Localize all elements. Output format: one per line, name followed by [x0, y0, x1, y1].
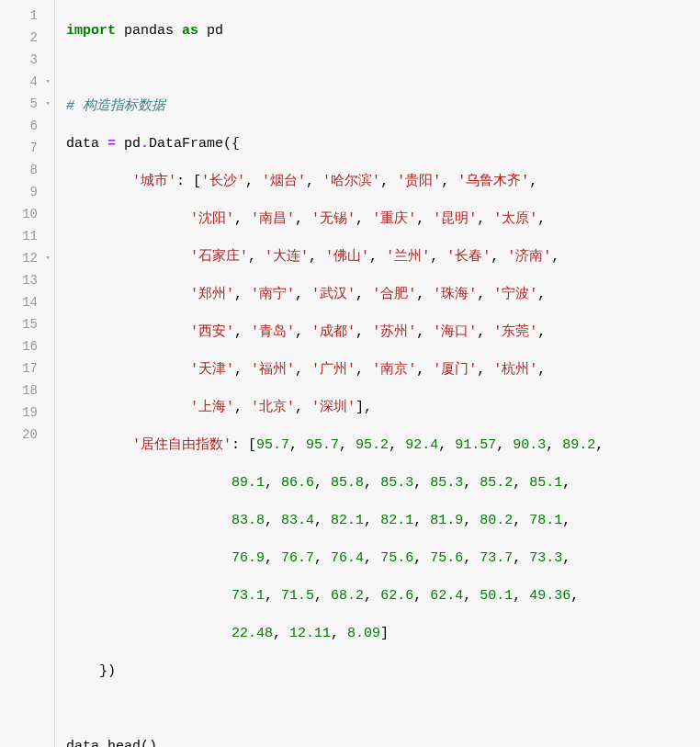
line-number: 7 [0, 137, 54, 159]
line-number: 1 [0, 5, 54, 27]
code-line: 22.48, 12.11, 8.09] [66, 623, 700, 645]
line-number: 12▾ [0, 247, 54, 269]
code-line: 83.8, 83.4, 82.1, 82.1, 81.9, 80.2, 78.1… [66, 510, 700, 532]
line-number: 2 [0, 27, 54, 49]
line-number: 11 [0, 225, 54, 247]
line-number: 10 [0, 203, 54, 225]
line-number: 17 [0, 357, 54, 379]
fold-marker-icon[interactable]: ▾ [46, 93, 51, 115]
line-number: 8 [0, 159, 54, 181]
code-line: '居住自由指数': [95.7, 95.7, 95.2, 92.4, 91.57… [66, 435, 700, 457]
line-number: 20 [0, 424, 54, 446]
code-line [66, 698, 700, 720]
code-cell: 1234▾5▾6789101112▾1314151617181920 impor… [0, 0, 700, 747]
code-editor[interactable]: import pandas as pd # 构造指标数据 data = pd.D… [55, 0, 700, 747]
line-number: 14 [0, 291, 54, 313]
code-line: 89.1, 86.6, 85.8, 85.3, 85.3, 85.2, 85.1… [66, 472, 700, 494]
line-number: 19 [0, 402, 54, 424]
code-line: '郑州', '南宁', '武汉', '合肥', '珠海', '宁波', [66, 284, 700, 306]
code-line: data.head() [66, 736, 700, 747]
line-number-gutter: 1234▾5▾6789101112▾1314151617181920 [0, 0, 55, 747]
code-line: '沈阳', '南昌', '无锡', '重庆', '昆明', '太原', [66, 209, 700, 231]
code-line: '城市': ['长沙', '烟台', '哈尔滨', '贵阳', '乌鲁木齐', [66, 171, 700, 193]
line-number: 4▾ [0, 71, 54, 93]
code-line: # 构造指标数据 [66, 96, 700, 118]
code-line: }) [66, 661, 700, 683]
line-number: 6 [0, 115, 54, 137]
code-line [66, 58, 700, 80]
line-number: 5▾ [0, 93, 54, 115]
fold-marker-icon[interactable]: ▾ [46, 247, 51, 269]
code-line: data = pd.DataFrame({ [66, 133, 700, 155]
code-line: import pandas as pd [66, 20, 700, 42]
code-line: '天津', '福州', '广州', '南京', '厦门', '杭州', [66, 359, 700, 381]
line-number: 18 [0, 379, 54, 402]
code-line: 73.1, 71.5, 68.2, 62.6, 62.4, 50.1, 49.3… [66, 585, 700, 607]
code-line: 76.9, 76.7, 76.4, 75.6, 75.6, 73.7, 73.3… [66, 548, 700, 570]
code-line: '上海', '北京', '深圳'], [66, 397, 700, 419]
line-number: 16 [0, 335, 54, 357]
line-number: 3 [0, 49, 54, 71]
line-number: 15 [0, 313, 54, 335]
fold-marker-icon[interactable]: ▾ [46, 71, 51, 93]
code-line: '石家庄', '大连', '佛山', '兰州', '长春', '济南', [66, 246, 700, 268]
line-number: 9 [0, 181, 54, 203]
line-number: 13 [0, 269, 54, 291]
code-line: '西安', '青岛', '成都', '苏州', '海口', '东莞', [66, 322, 700, 344]
